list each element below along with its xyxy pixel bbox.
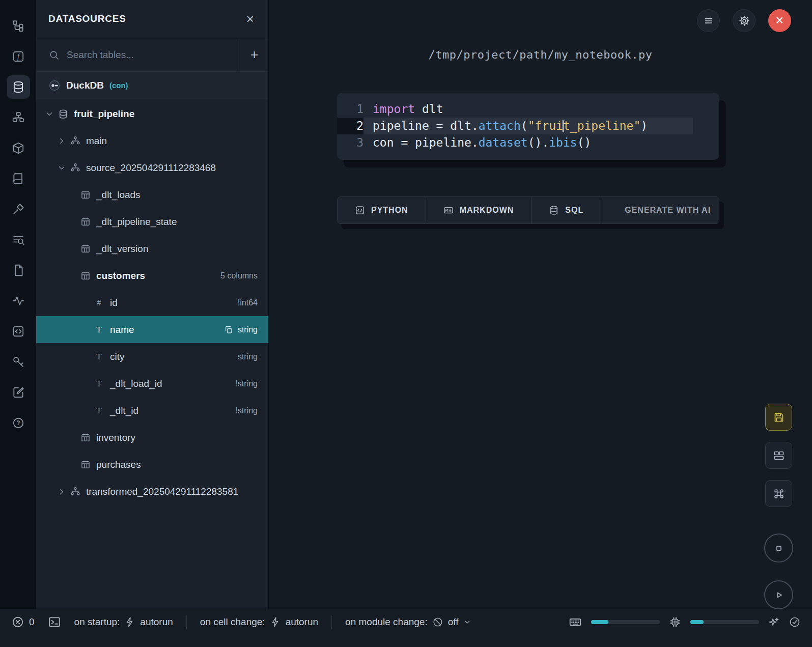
rail-item-files[interactable] [7, 259, 30, 282]
string-type-icon: T [94, 325, 104, 335]
line-number: 1 [337, 101, 363, 118]
lightning-icon [124, 616, 135, 628]
tree-item-dlt-pipeline-state[interactable]: _dlt_pipeline_state [36, 208, 268, 235]
duckdb-logo-icon [48, 79, 61, 92]
table-icon [80, 271, 91, 281]
tree-item-customers[interactable]: customers 5 columns [36, 262, 268, 289]
rail-item-tools[interactable] [7, 198, 30, 221]
on-startup-setting[interactable]: on startup: autorun [74, 616, 173, 628]
settings-button[interactable] [733, 9, 755, 32]
error-counter[interactable]: 0 [11, 615, 35, 629]
search-input[interactable] [67, 49, 231, 61]
panel-header: DATASOURCES × [36, 0, 268, 38]
tree-item-dlt-version[interactable]: _dlt_version [36, 235, 268, 262]
add-connection-button[interactable]: + [240, 38, 268, 71]
chevron-down-icon[interactable] [45, 109, 54, 119]
tree-item-purchases[interactable]: purchases [36, 451, 268, 478]
rail-item-secrets[interactable] [7, 350, 30, 374]
tree-item-inventory[interactable]: inventory [36, 424, 268, 451]
tree-item-source-schema[interactable]: source_202504291112283468 [36, 154, 268, 181]
tree-item-transformed-schema[interactable]: transformed_202504291112283581 [36, 478, 268, 505]
tree-item-label: _dlt_load_id [110, 378, 162, 389]
rail-item-dependencies[interactable] [7, 106, 30, 129]
string-type-icon: T [94, 379, 104, 389]
column-type-label: !string [235, 379, 268, 388]
tree-item-column-dlt-id[interactable]: T _dlt_id !string [36, 397, 268, 424]
chevron-right-icon[interactable] [57, 136, 66, 146]
chevron-down-icon[interactable] [57, 163, 66, 173]
close-icon: × [776, 14, 784, 27]
add-sql-cell-button[interactable]: SQL [531, 196, 601, 224]
connection-header[interactable]: DuckDB (con) [36, 72, 268, 99]
tree-item-dlt-loads[interactable]: _dlt_loads [36, 181, 268, 208]
code-line: 1 import dlt [337, 101, 719, 118]
menu-button[interactable] [697, 9, 720, 32]
rail-item-functions[interactable] [7, 45, 30, 68]
rail-item-scratchpad[interactable] [7, 381, 30, 404]
setting-label: on module change: [345, 616, 428, 628]
database-icon [58, 109, 68, 119]
column-type-label: !string [235, 406, 268, 415]
sparkle-icon[interactable] [768, 616, 779, 628]
tree-item-label: _dlt_pipeline_state [96, 216, 177, 228]
setting-value: autorun [286, 616, 318, 628]
rail-item-help[interactable] [7, 411, 30, 435]
tree-item-label: _dlt_loads [96, 189, 141, 201]
chip-slider[interactable] [690, 620, 759, 624]
run-button[interactable] [764, 580, 793, 609]
table-icon [80, 244, 91, 254]
copy-icon[interactable] [224, 325, 233, 334]
rail-item-packages[interactable] [7, 136, 30, 160]
stop-button[interactable] [764, 533, 793, 562]
tree-item-main[interactable]: main [36, 127, 268, 154]
on-cell-change-setting[interactable]: on cell change: autorun [200, 616, 318, 628]
on-module-change-setting[interactable]: on module change: off [345, 616, 471, 628]
code-text[interactable]: import dlt [363, 101, 719, 118]
generate-with-ai-button[interactable]: GENERATE WITH AI [601, 196, 719, 224]
search-icon [48, 49, 60, 61]
check-circle-icon[interactable] [789, 616, 801, 628]
rail-item-file-tree[interactable] [7, 14, 30, 38]
database-icon [12, 80, 25, 94]
terminal-icon [48, 615, 61, 629]
panel-close-button[interactable]: × [244, 11, 256, 26]
setting-value: autorun [140, 616, 173, 628]
layout-toggle-button[interactable] [765, 442, 792, 469]
tree-item-label: purchases [96, 459, 141, 470]
add-python-cell-button[interactable]: PYTHON [337, 196, 426, 224]
terminal-button[interactable] [48, 615, 61, 629]
lightning-icon [270, 616, 281, 628]
keyboard-shortcuts-button[interactable] [765, 480, 792, 507]
rail-item-datasources[interactable] [7, 75, 30, 99]
close-button[interactable]: × [768, 9, 791, 32]
tree-item-column-dlt-load-id[interactable]: T _dlt_load_id !string [36, 370, 268, 397]
code-line-active: 2 pipeline = dlt.attach("fruit_pipeline"… [337, 118, 719, 134]
rail-item-snippets[interactable] [7, 320, 30, 343]
add-markdown-cell-button[interactable]: MARKDOWN [426, 196, 532, 224]
table-icon [80, 460, 91, 470]
tree-item-column-name[interactable]: T name string [36, 316, 268, 343]
rail-item-documentation[interactable] [7, 167, 30, 190]
panel-title: DATASOURCES [48, 13, 126, 24]
code-text[interactable]: pipeline = dlt.attach("fruit_pipeline") [363, 118, 693, 134]
schema-icon [70, 163, 80, 173]
chevron-right-icon[interactable] [57, 487, 66, 496]
floppy-save-icon [773, 411, 785, 424]
add-cell-buttons: PYTHON MARKDOWN SQL GENERATE WITH AI [337, 196, 719, 224]
notebook-area: × /tmp/project/path/my_notebook.py 1 imp… [269, 0, 812, 609]
rail-item-logs[interactable] [7, 228, 30, 251]
column-type-label: string [238, 352, 268, 361]
slider-fill [591, 620, 608, 624]
save-button[interactable] [765, 404, 792, 431]
keyboard-slider[interactable] [591, 620, 660, 624]
tree-item-column-city[interactable]: T city string [36, 343, 268, 370]
tree-item-label: source_202504291112283468 [86, 162, 216, 174]
chip-icon[interactable] [669, 616, 681, 628]
code-cell[interactable]: 1 import dlt 2 pipeline = dlt.attach("fr… [337, 93, 719, 160]
code-text[interactable]: con = pipeline.dataset().ibis() [363, 134, 719, 151]
tree-item-column-id[interactable]: # id !int64 [36, 289, 268, 316]
rail-item-tracing[interactable] [7, 289, 30, 313]
tree-item-fruit-pipeline[interactable]: fruit_pipeline [36, 100, 268, 127]
app-window: DATASOURCES × + DuckDB (con) frui [0, 0, 812, 647]
keyboard-icon[interactable] [569, 615, 582, 629]
